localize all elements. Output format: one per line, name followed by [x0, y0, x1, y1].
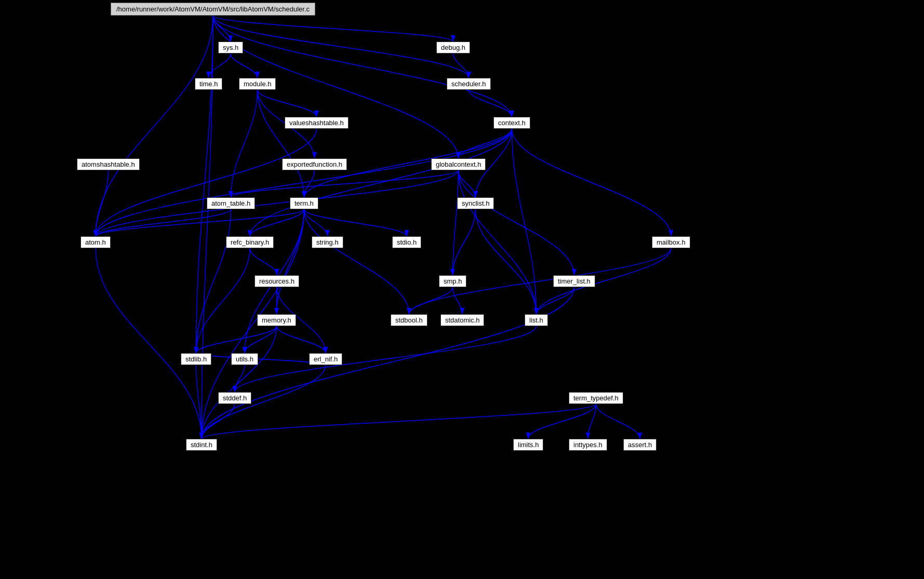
edge-context_h-list_h [512, 129, 537, 314]
edge-globalcontext_h-atom_table_h [231, 170, 459, 197]
edge-context_h-mailbox_h [512, 129, 672, 236]
node-smp_h: smp.h [439, 275, 466, 287]
node-exportedfunction_h: exportedfunction.h [282, 158, 347, 170]
node-mailbox_h: mailbox.h [652, 236, 690, 248]
edge-term_typedef_h-inttypes_h [588, 404, 596, 439]
edge-memory_h-stdint_h [202, 326, 277, 439]
edge-valueshashtable_h-atom_h [96, 129, 317, 236]
edge-stddef_h-stdint_h [202, 404, 235, 439]
node-module_h: module.h [239, 78, 276, 90]
node-atom_table_h: atom_table.h [207, 197, 255, 209]
edge-memory_h-erl_nif_h [277, 326, 326, 353]
edge-term_h-string_h [304, 209, 328, 236]
edge-utils_h-stddef_h [235, 365, 245, 392]
node-stdio_h: stdio.h [392, 236, 421, 248]
edge-scheduler_c-context_h [213, 16, 512, 117]
edge-module_h-term_h [258, 90, 304, 197]
edge-term_h-stdio_h [304, 209, 407, 236]
edge-term_h-stdbool_h [304, 209, 409, 314]
node-term_typedef_h: term_typedef.h [569, 392, 623, 404]
edge-context_h-refc_binary_h [250, 129, 512, 236]
node-atomshashtable_h: atomshashtable.h [77, 158, 140, 170]
node-resources_h: resources.h [255, 275, 299, 287]
edge-context_h-globalcontext_h [459, 129, 512, 158]
edge-memory_h-utils_h [245, 326, 277, 353]
edge-globalcontext_h-synclist_h [459, 170, 476, 197]
edge-synclist_h-smp_h [453, 209, 476, 275]
edge-term_h-refc_binary_h [250, 209, 304, 236]
node-stddef_h: stddef.h [218, 392, 251, 404]
edge-erl_nif_h-stdlib_h [196, 353, 326, 365]
edge-refc_binary_h-stdlib_h [196, 248, 250, 353]
edge-globalcontext_h-atom_h [96, 170, 459, 236]
node-valueshashtable_h: valueshashtable.h [285, 117, 349, 129]
node-globalcontext_h: globalcontext.h [431, 158, 486, 170]
node-term_h: term.h [290, 197, 318, 209]
node-limits_h: limits.h [513, 439, 543, 451]
edge-sys_h-module_h [231, 53, 258, 78]
edge-globalcontext_h-list_h [459, 170, 537, 314]
node-scheduler_h: scheduler.h [447, 78, 491, 90]
node-debug_h: debug.h [436, 42, 470, 53]
node-assert_h: assert.h [623, 439, 657, 451]
node-refc_binary_h: refc_binary.h [226, 236, 274, 248]
edge-term_h-memory_h [277, 209, 304, 314]
node-memory_h: memory.h [257, 314, 296, 326]
edge-debug_h-scheduler_h [453, 53, 469, 78]
edge-scheduler_c-debug_h [213, 16, 453, 42]
node-sys_h: sys.h [218, 42, 243, 53]
node-string_h: string.h [312, 236, 343, 248]
edge-scheduler_c-atom_h [96, 16, 213, 236]
edge-exportedfunction_h-term_h [304, 170, 315, 197]
edge-context_h-atom_h [96, 129, 512, 236]
node-stdint_h: stdint.h [186, 439, 217, 451]
edge-globalcontext_h-smp_h [453, 170, 459, 275]
node-scheduler_c: /home/runner/work/AtomVM/AtomVM/src/libA… [111, 3, 315, 16]
node-erl_nif_h: erl_nif.h [309, 353, 342, 365]
node-context_h: context.h [493, 117, 530, 129]
edge-smp_h-stdatomic_h [453, 287, 463, 314]
node-synclist_h: synclist.h [457, 197, 494, 209]
edge-module_h-valueshashtable_h [258, 90, 317, 117]
node-stdatomic_h: stdatomic.h [440, 314, 484, 326]
edge-refc_binary_h-resources_h [250, 248, 277, 275]
node-utils_h: utils.h [231, 353, 258, 365]
edge-list_h-stddef_h [235, 326, 537, 392]
node-inttypes_h: inttypes.h [569, 439, 607, 451]
edge-module_h-atom_table_h [231, 90, 258, 197]
node-stdlib_h: stdlib.h [181, 353, 211, 365]
edge-synclist_h-list_h [476, 209, 537, 314]
edge-scheduler_c-sys_h [213, 16, 231, 42]
edge-scheduler_c-stdlib_h [196, 16, 213, 353]
edge-memory_h-stdlib_h [196, 326, 277, 353]
edge-resources_h-memory_h [277, 287, 277, 314]
node-atom_h: atom.h [81, 236, 111, 248]
edge-atomshashtable_h-atom_h [96, 170, 109, 236]
node-list_h: list.h [525, 314, 548, 326]
edge-atom_table_h-stdlib_h [196, 209, 231, 353]
edge-scheduler_c-scheduler_h [213, 16, 469, 78]
edge-timer_list_h-list_h [537, 287, 574, 314]
edge-term_h-atom_h [96, 209, 304, 236]
node-timer_list_h: timer_list.h [553, 275, 595, 287]
edge-scheduler_h-context_h [469, 90, 512, 117]
edge-globalcontext_h-timer_list_h [459, 170, 574, 275]
edge-smp_h-stdbool_h [409, 287, 453, 314]
edge-term_typedef_h-assert_h [596, 404, 640, 439]
node-time_h: time.h [195, 78, 222, 90]
edge-term_typedef_h-limits_h [528, 404, 596, 439]
edge-atom_table_h-atom_h [96, 209, 231, 236]
edge-atom_h-stdint_h [96, 248, 202, 439]
node-stdbool_h: stdbool.h [391, 314, 427, 326]
edge-sys_h-time_h [209, 53, 231, 78]
edge-term_typedef_h-stdint_h [202, 404, 596, 439]
edge-stdlib_h-stdint_h [196, 365, 202, 439]
